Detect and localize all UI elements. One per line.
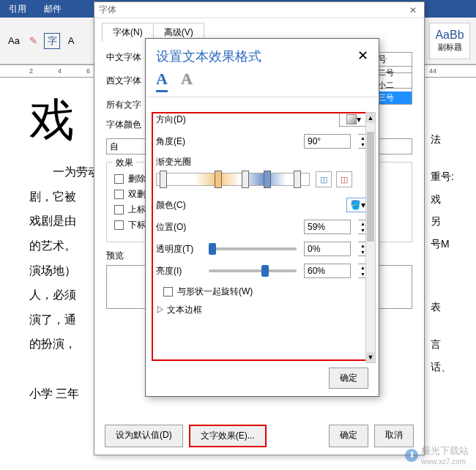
ruler-mark: 6 xyxy=(86,67,90,75)
phonetic-icon[interactable]: A xyxy=(63,33,79,49)
ok-button[interactable]: 确定 xyxy=(329,425,368,447)
close-icon[interactable]: ✕ xyxy=(357,48,368,64)
lbl-transparency: 透明度(T) xyxy=(156,243,201,255)
lbl-fx-color: 颜色(C) xyxy=(156,199,201,212)
style-sample-text: AaBb xyxy=(435,29,464,42)
scroll-thumb[interactable] xyxy=(367,132,374,242)
brightness-slider[interactable] xyxy=(209,269,297,272)
style-name: 副标题 xyxy=(438,42,462,53)
size-option[interactable]: 二号 xyxy=(375,67,412,79)
lbl-dblstrike: 双删 xyxy=(128,188,146,201)
hint: 号M xyxy=(431,233,454,255)
add-stop-icon[interactable]: ◫ xyxy=(316,171,332,187)
checkbox-super[interactable] xyxy=(114,205,124,215)
text-effects-dialog: ✕ 设置文本效果格式 A A 方向(D) ▾ 角度(E) 90° ▲▼ 渐变光圈 xyxy=(145,38,379,397)
gradient-stop[interactable] xyxy=(294,171,301,188)
hint: 言 xyxy=(431,333,454,356)
ribbon-tab-reference[interactable]: 引用 xyxy=(0,0,35,18)
style-subtitle[interactable]: AaBb 副标题 xyxy=(429,23,470,59)
watermark-logo-icon: ⬇ xyxy=(405,449,418,462)
hint: 话、 xyxy=(431,356,454,378)
section-label: 文本边框 xyxy=(167,305,202,315)
remove-stop-icon[interactable]: ◫ xyxy=(336,171,352,187)
hint: 重号: xyxy=(431,165,454,188)
ruler-mark: 44 xyxy=(429,67,436,75)
change-case-icon[interactable]: Aa xyxy=(6,33,22,49)
size-option[interactable]: 小二 xyxy=(375,79,412,92)
lbl-brightness: 亮度(I) xyxy=(156,265,201,277)
direction-picker[interactable]: ▾ xyxy=(339,112,368,127)
checkbox-dblstrike[interactable] xyxy=(114,190,124,199)
font-dialog-title: 字体 xyxy=(99,4,116,16)
chevron-right-icon: ▷ xyxy=(156,305,165,315)
lbl-grad-stops: 渐变光圈 xyxy=(156,156,368,168)
fx-dialog-title: 设置文本效果格式 xyxy=(146,39,379,70)
transparency-slider[interactable] xyxy=(209,247,297,250)
fx-tab-fill-icon[interactable]: A xyxy=(156,70,168,92)
lbl-sub: 下标 xyxy=(128,219,146,231)
watermark-text: 极光下载站 xyxy=(421,444,469,458)
brightness-input[interactable]: 60% xyxy=(304,264,351,278)
gradient-stop-selected[interactable] xyxy=(242,171,249,188)
scrollbar[interactable]: ▲ ▼ xyxy=(365,112,376,363)
checkbox-rotate-with-shape[interactable] xyxy=(163,287,173,296)
scroll-up-icon[interactable]: ▲ xyxy=(366,113,375,123)
effects-legend: 效果 xyxy=(113,157,136,169)
fx-tab-effects-icon[interactable]: A xyxy=(181,70,193,92)
size-option-selected[interactable]: 三号 xyxy=(375,92,412,104)
ruler-mark: 4 xyxy=(58,67,62,75)
fx-ok-button[interactable]: 确定 xyxy=(329,368,368,389)
close-icon[interactable]: ✕ xyxy=(406,5,420,15)
set-default-button[interactable]: 设为默认值(D) xyxy=(105,425,183,447)
angle-input[interactable]: 90° xyxy=(304,134,351,149)
hint: 另 xyxy=(431,210,454,233)
position-input[interactable]: 59% xyxy=(304,220,351,234)
hint: 法 xyxy=(431,128,454,151)
gradient-stop[interactable] xyxy=(264,171,271,188)
paint-bucket-icon: 🪣 xyxy=(350,200,361,210)
char-border-icon[interactable]: 字 xyxy=(44,33,60,49)
lbl-direction: 方向(D) xyxy=(156,113,201,126)
section-text-outline[interactable]: ▷ 文本边框 xyxy=(156,304,368,316)
ruler-mark: 2 xyxy=(29,67,33,75)
clear-format-icon[interactable]: ✎ xyxy=(25,33,41,49)
size-input[interactable]: 号 xyxy=(374,52,412,67)
lbl-angle: 角度(E) xyxy=(156,135,201,148)
lbl-rotate-with-shape: 与形状一起旋转(W) xyxy=(177,286,253,298)
hint: 戏 xyxy=(431,188,454,211)
scroll-down-icon[interactable]: ▼ xyxy=(366,352,375,362)
hint: 表 xyxy=(431,296,454,318)
lbl-super: 上标 xyxy=(128,204,146,216)
lbl-position: 位置(O) xyxy=(156,221,201,234)
right-column-text: 法 重号: 戏 另 号M 表 言 话、 xyxy=(431,128,454,378)
watermark-url: www.xz7.com xyxy=(421,458,469,466)
transparency-input[interactable]: 0% xyxy=(304,242,351,256)
text-effects-button[interactable]: 文字效果(E)... xyxy=(189,425,267,447)
checkbox-strike[interactable] xyxy=(114,174,124,184)
gradient-stop[interactable] xyxy=(215,171,222,188)
gradient-slider[interactable] xyxy=(156,173,310,186)
lbl-strike: 删除 xyxy=(128,173,146,185)
gradient-stop[interactable] xyxy=(160,171,167,188)
ribbon-tab-mail[interactable]: 邮件 xyxy=(35,0,70,18)
watermark: ⬇ 极光下载站 www.xz7.com xyxy=(405,444,469,466)
checkbox-sub[interactable] xyxy=(114,220,124,230)
